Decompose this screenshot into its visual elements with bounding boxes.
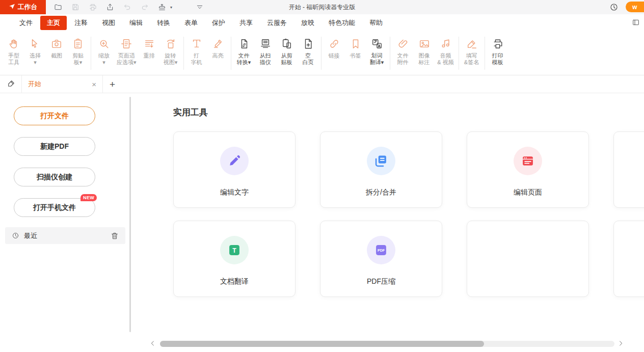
tab-close-icon[interactable]: ×: [92, 80, 96, 88]
tool-from-clipboard[interactable]: 从剪贴板: [276, 32, 298, 66]
ribbon-separator: [231, 37, 231, 70]
tool-word-translate[interactable]: 划词翻译▾: [366, 32, 388, 66]
tool-page-fit-options[interactable]: 页面适应选项▾: [115, 32, 139, 66]
menu-comment[interactable]: 注释: [68, 16, 94, 30]
card-split-merge[interactable]: 拆分/合并: [320, 131, 442, 208]
menu-help[interactable]: 帮助: [363, 16, 389, 30]
customize-toolbar-button[interactable]: [194, 1, 206, 13]
redo-button[interactable]: [139, 1, 151, 13]
open-phone-file-button[interactable]: 打开手机文件NEW: [14, 198, 95, 217]
tool-rotate-view[interactable]: 旋转视图▾: [160, 32, 181, 66]
print-button[interactable]: [87, 1, 99, 13]
menu-form[interactable]: 表单: [178, 16, 204, 30]
menu-slideshow[interactable]: 放映: [294, 16, 321, 30]
card-doc-translate[interactable]: T文档翻译: [173, 221, 296, 297]
tool-label: 填写&签名: [464, 52, 479, 66]
tool-clipboard[interactable]: 剪贴板▾: [67, 32, 89, 66]
tool-image-annotation[interactable]: 图像标注: [414, 32, 435, 66]
open-file-button[interactable]: 打开文件: [14, 106, 95, 125]
card-edit-pages[interactable]: 编辑页面: [467, 131, 589, 208]
tool-hand-tool[interactable]: 手型工具: [3, 32, 24, 66]
open-file-button[interactable]: [52, 1, 64, 13]
workspace-label: 工作台: [18, 3, 38, 12]
tool-label: 页面适应选项▾: [117, 52, 137, 66]
menu-edit[interactable]: 编辑: [123, 16, 149, 30]
tool-print-template[interactable]: 打印模板: [487, 32, 508, 66]
horizontal-scrollbar-track[interactable]: [160, 341, 614, 347]
card-partial-card-1[interactable]: [467, 221, 589, 297]
tool-snapshot[interactable]: 截图: [46, 32, 67, 59]
card-edit-text[interactable]: 编辑文字: [173, 131, 296, 208]
tool-highlight[interactable]: 高亮: [207, 32, 229, 59]
tool-file-attachment[interactable]: 文件附件: [392, 32, 414, 66]
tool-reflow[interactable]: 重排: [139, 32, 160, 59]
card-pdf-to-word[interactable]: WPDF转Word: [613, 131, 644, 208]
tool-file-convert[interactable]: 文件转换▾: [233, 32, 255, 66]
print-template-icon: [492, 37, 503, 51]
sidebar-scrollbar[interactable]: [129, 97, 131, 332]
save-icon: [71, 3, 79, 11]
tool-link[interactable]: 链接: [324, 32, 345, 59]
scroll-right-button[interactable]: [616, 339, 625, 347]
horizontal-scrollbar-thumb[interactable]: [160, 341, 484, 347]
menu-protect[interactable]: 保护: [205, 16, 232, 30]
tool-audio-video[interactable]: 音频& 视频: [435, 32, 457, 66]
recent-section[interactable]: 最近: [5, 227, 125, 244]
split-merge-icon: [367, 147, 395, 175]
export-button[interactable]: [104, 1, 116, 13]
new-tab-button[interactable]: +: [110, 79, 115, 89]
new-pdf-button[interactable]: 新建PDF: [14, 137, 95, 156]
clipboard-icon: [72, 37, 84, 51]
reflow-icon: [144, 37, 155, 51]
card-pdf-compress[interactable]: PDFPDF压缩: [320, 221, 442, 297]
tool-fill-sign[interactable]: 填写&签名: [461, 32, 482, 66]
tool-select[interactable]: 选择▾: [24, 32, 46, 66]
camera-icon: [51, 37, 62, 51]
tool-label: 从剪贴板: [281, 52, 292, 66]
stylus-icon[interactable]: [7, 79, 17, 89]
tool-label: 音频& 视频: [437, 52, 453, 66]
tool-label: 文件附件: [397, 52, 409, 66]
scroll-left-button[interactable]: [149, 339, 157, 347]
redo-icon: [141, 3, 149, 11]
menu-convert[interactable]: 转换: [150, 16, 177, 30]
fill-sign-icon: [466, 37, 477, 51]
account-button[interactable]: w: [626, 2, 644, 12]
menu-view[interactable]: 视图: [95, 16, 122, 30]
stamp-icon: [158, 3, 166, 11]
scanner-create-button[interactable]: 扫描仪创建: [14, 168, 95, 186]
account-label: w: [632, 4, 637, 11]
undo-button[interactable]: [121, 1, 133, 13]
tool-label: 重排: [144, 52, 155, 59]
dropdown-caret-icon: ▾: [170, 5, 172, 10]
translate-icon: [371, 37, 383, 51]
tab-start[interactable]: 开始 ×: [21, 75, 103, 93]
tool-zoom[interactable]: 缩放▾: [93, 32, 115, 66]
convert-icon: [238, 37, 250, 51]
card-label: PDF转Word: [614, 188, 644, 197]
menu-featured[interactable]: 特色功能: [322, 16, 362, 30]
trash-icon[interactable]: [111, 232, 119, 240]
menu-home[interactable]: 主页: [40, 16, 67, 30]
tool-label: 剪贴板▾: [72, 52, 84, 66]
menu-share[interactable]: 共享: [233, 16, 259, 30]
save-button[interactable]: [69, 1, 82, 13]
tool-blank-page[interactable]: 空白页: [298, 32, 319, 66]
stamp-button[interactable]: [156, 1, 168, 13]
workspace-button[interactable]: 工作台: [0, 0, 46, 14]
quick-access-toolbar: ▾: [52, 0, 206, 14]
panel-toggle-button[interactable]: [632, 18, 640, 26]
card-partial-card-2[interactable]: [613, 221, 644, 297]
tool-bookmark[interactable]: 书签: [345, 32, 366, 59]
tool-label: 图像标注: [419, 52, 430, 66]
recent-label: 最近: [24, 231, 111, 240]
menu-file[interactable]: 文件: [13, 16, 39, 30]
card-label: 编辑页面: [467, 188, 588, 197]
ribbon-separator: [183, 37, 184, 70]
tool-typewriter[interactable]: 打字机: [186, 32, 207, 66]
typewriter-icon: [191, 37, 202, 51]
tool-label: 文件转换▾: [237, 52, 251, 66]
tool-from-scanner[interactable]: 从扫描仪: [255, 32, 276, 66]
clock-icon[interactable]: [609, 3, 619, 12]
menu-cloud-services[interactable]: 云服务: [260, 16, 293, 30]
